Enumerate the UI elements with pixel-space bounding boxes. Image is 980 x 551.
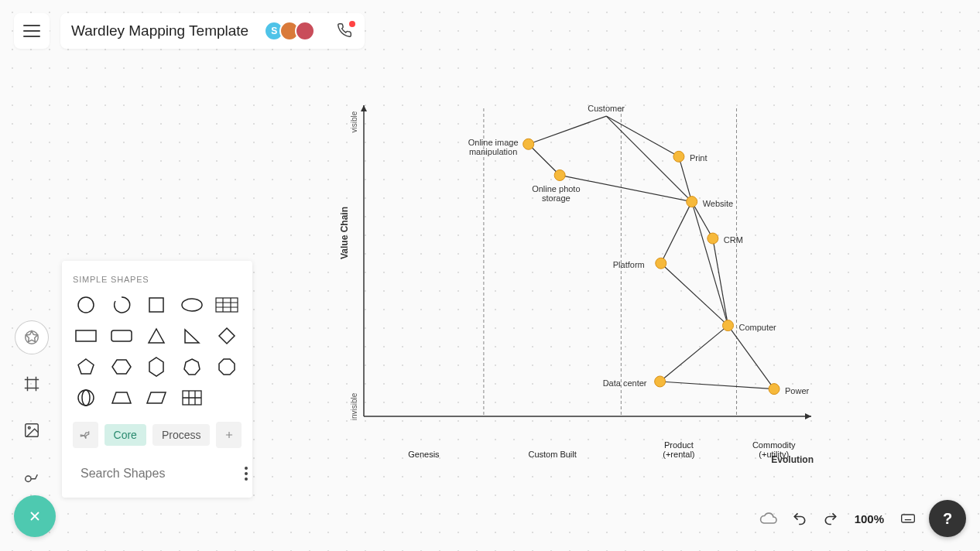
undo-icon (792, 511, 807, 526)
wardley-map-chart[interactable]: Value Chain Evolution visible invisible … (347, 99, 815, 443)
shape-cylinder-top[interactable] (73, 388, 99, 408)
svg-line-30 (660, 326, 728, 382)
stage-label: Product (+rental) (648, 440, 710, 459)
frame-icon (23, 375, 40, 392)
avatar-3[interactable] (295, 21, 315, 41)
stage-label: Custom Built (522, 450, 584, 459)
undo-button[interactable] (790, 508, 810, 529)
svg-rect-8 (76, 330, 96, 341)
redo-button[interactable] (821, 508, 841, 529)
svg-point-39 (722, 320, 733, 331)
shape-octagon[interactable] (214, 357, 240, 377)
svg-line-27 (692, 202, 728, 326)
shape-circle[interactable] (73, 295, 99, 315)
image-tool[interactable] (15, 414, 48, 447)
redo-icon (823, 511, 838, 526)
shape-rectangle[interactable] (73, 326, 99, 346)
svg-line-26 (661, 202, 692, 264)
node-label-crm: CRM (724, 235, 743, 245)
zoom-level[interactable]: 100% (852, 512, 887, 525)
svg-rect-9 (111, 330, 132, 341)
tab-core[interactable]: Core (105, 424, 146, 446)
shape-diamond[interactable] (214, 326, 240, 346)
draw-tool[interactable] (15, 460, 48, 493)
shape-heptagon[interactable] (179, 357, 205, 377)
search-more-button[interactable] (242, 464, 251, 484)
node-label-online_image_manip: Online imagemanipulation (468, 138, 519, 156)
notification-dot (349, 21, 355, 27)
y-end-visible: visible (350, 111, 358, 133)
node-label-online_photo_storage: Online photostorage (532, 184, 580, 203)
svg-line-22 (529, 144, 560, 175)
y-end-invisible: invisible (350, 393, 358, 421)
shape-parallelogram[interactable] (143, 388, 170, 408)
svg-point-10 (78, 390, 94, 406)
shape-hexagon[interactable] (108, 357, 135, 377)
shape-pentagon[interactable] (73, 357, 99, 377)
svg-point-33 (523, 139, 534, 149)
shape-hexagon-v[interactable] (143, 357, 170, 377)
node-label-computer: Computer (738, 323, 776, 332)
node-label-customer: Customer (588, 104, 625, 113)
shape-search-row (73, 460, 242, 487)
svg-point-2 (28, 426, 30, 429)
stage-label: Genesis (392, 450, 454, 459)
svg-point-41 (769, 384, 780, 395)
shapes-icon (23, 329, 40, 346)
svg-line-32 (660, 382, 774, 389)
node-label-data_center: Data center (603, 378, 647, 388)
shape-triangle[interactable] (143, 326, 170, 346)
shape-empty (214, 388, 240, 408)
svg-point-40 (655, 376, 666, 387)
node-label-platform: Platform (613, 260, 645, 269)
svg-point-35 (673, 151, 684, 162)
collaborator-avatars: S (264, 21, 315, 41)
shape-right-triangle[interactable] (179, 326, 205, 346)
shape-grid[interactable] (179, 388, 205, 408)
document-title[interactable]: Wardley Mapping Template (71, 22, 248, 39)
bottom-right-controls: 100% ? (759, 500, 966, 537)
search-input[interactable] (81, 467, 235, 481)
svg-point-6 (182, 299, 202, 311)
tab-add[interactable] (216, 422, 242, 448)
shape-ellipse[interactable] (179, 295, 205, 315)
svg-point-38 (656, 258, 666, 269)
svg-rect-5 (149, 298, 163, 312)
svg-point-36 (687, 197, 697, 207)
shape-trapezoid[interactable] (108, 388, 135, 408)
keyboard-button[interactable] (898, 508, 918, 529)
draw-icon (23, 468, 40, 485)
svg-rect-7 (216, 298, 238, 312)
svg-line-29 (661, 263, 728, 325)
shape-rounded-rect[interactable] (108, 326, 135, 346)
svg-point-3 (26, 476, 31, 481)
shapes-grid (73, 295, 242, 408)
shapes-tool[interactable] (15, 321, 48, 354)
main-menu-button[interactable] (14, 13, 50, 49)
shape-arc[interactable] (108, 295, 135, 315)
svg-point-37 (708, 233, 718, 244)
node-label-print: Print (690, 153, 708, 163)
panel-heading: SIMPLE SHAPES (73, 275, 242, 284)
svg-line-19 (529, 116, 607, 144)
tab-process[interactable]: Process (152, 424, 211, 446)
svg-point-11 (82, 390, 90, 406)
call-button[interactable] (337, 22, 354, 39)
image-icon (23, 422, 40, 439)
close-panel-button[interactable] (14, 495, 56, 537)
shape-table[interactable] (214, 295, 240, 315)
shape-category-tabs: Core Process (73, 422, 242, 448)
cloud-icon (759, 509, 778, 528)
svg-line-20 (606, 116, 679, 156)
svg-point-4 (78, 297, 94, 313)
help-button[interactable]: ? (929, 500, 966, 537)
cloud-sync-button[interactable] (759, 508, 779, 529)
shapes-panel: SIMPLE SHAPES Core Process (62, 261, 252, 498)
frame-tool[interactable] (15, 368, 48, 400)
keyboard-icon (899, 511, 917, 526)
hamburger-icon (23, 25, 40, 37)
svg-line-31 (728, 326, 774, 389)
pin-tab[interactable] (73, 422, 98, 448)
shape-square[interactable] (143, 295, 170, 315)
y-axis-title: Value Chain (339, 207, 350, 259)
